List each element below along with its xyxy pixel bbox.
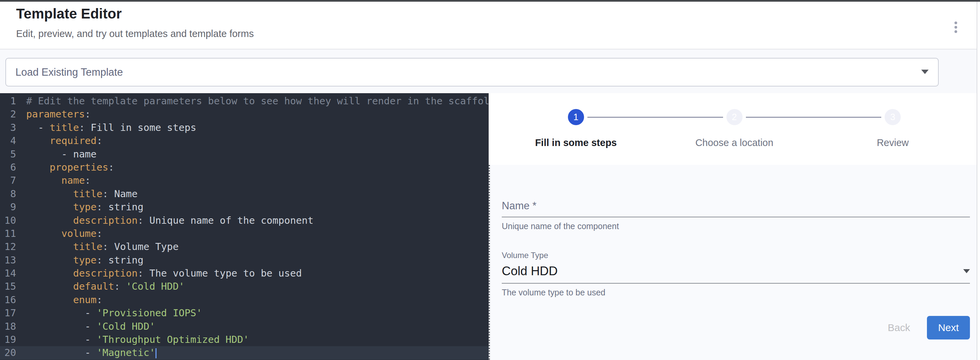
name-input[interactable]: Name * — [502, 200, 970, 212]
editor-line[interactable]: 10 description: Unique name of the compo… — [0, 214, 488, 227]
step-label: Choose a location — [695, 137, 773, 148]
line-number: 3 — [0, 121, 16, 134]
stepper-connector — [587, 117, 723, 118]
editor-line[interactable]: 9 type: string — [0, 200, 488, 214]
load-template-select[interactable]: Load Existing Template — [5, 58, 939, 86]
step-number-badge: 2 — [726, 109, 743, 125]
line-number: 6 — [0, 161, 16, 174]
code-text: type: string — [16, 254, 143, 267]
scrollbar[interactable] — [977, 2, 980, 360]
editor-preview-split: 1# Edit the template parameters below to… — [0, 93, 980, 360]
code-editor-lines: 1# Edit the template parameters below to… — [0, 94, 488, 360]
name-helper-text: Unique name of the component — [502, 221, 970, 231]
editor-line[interactable]: 18 - 'Cold HDD' — [0, 320, 488, 333]
text-cursor — [156, 348, 156, 358]
code-text: # Edit the template parameters below to … — [16, 94, 488, 108]
line-number: 9 — [0, 200, 16, 214]
code-text: description: The volume type to be used — [16, 267, 302, 280]
line-number: 14 — [0, 267, 16, 280]
page-subtitle: Edit, preview, and try out templates and… — [16, 28, 254, 39]
line-number: 5 — [0, 148, 16, 161]
stepper-connector — [746, 117, 881, 118]
volume-type-select[interactable]: Cold HDD — [502, 264, 970, 278]
form-preview-panel: 1Fill in some steps2Choose a location3Re… — [488, 93, 980, 360]
code-text: title: Name — [16, 187, 138, 200]
editor-line[interactable]: 5 - name — [0, 148, 488, 161]
line-number: 12 — [0, 240, 16, 253]
code-text: - title: Fill in some steps — [16, 121, 196, 134]
editor-line[interactable]: 16 enum: — [0, 293, 488, 307]
line-number: 10 — [0, 214, 16, 227]
line-number: 1 — [0, 94, 16, 108]
editor-line[interactable]: 14 description: The volume type to be us… — [0, 267, 488, 280]
volume-type-value: Cold HDD — [502, 264, 558, 278]
editor-line[interactable]: 20 - 'Magnetic' — [0, 346, 488, 359]
code-text: type: string — [16, 200, 143, 214]
code-text: volume: — [16, 227, 102, 240]
volume-helper-text: The volume type to be used — [502, 288, 970, 298]
step-label: Fill in some steps — [535, 137, 617, 148]
code-text: - name — [16, 148, 97, 161]
next-button[interactable]: Next — [927, 316, 970, 339]
chevron-down-icon — [921, 70, 929, 74]
page-title: Template Editor — [16, 5, 254, 23]
step-number-badge: 1 — [568, 109, 584, 125]
code-text: properties: — [16, 161, 114, 174]
editor-line[interactable]: 7 name: — [0, 174, 488, 187]
header-text: Template Editor Edit, preview, and try o… — [16, 5, 254, 39]
line-number: 13 — [0, 254, 16, 267]
kebab-vertical-icon — [955, 30, 957, 33]
more-options-button[interactable] — [944, 16, 967, 39]
page-header: Template Editor Edit, preview, and try o… — [0, 2, 980, 50]
stepper: 1Fill in some steps2Choose a location3Re… — [488, 93, 980, 165]
kebab-vertical-icon — [955, 22, 957, 24]
editor-line[interactable]: 2parameters: — [0, 108, 488, 121]
code-text: - 'Provisioned IOPS' — [16, 307, 202, 320]
name-input-underline — [502, 217, 970, 218]
editor-line[interactable]: 15 default: 'Cold HDD' — [0, 280, 488, 293]
code-text: description: Unique name of the componen… — [16, 214, 314, 227]
chevron-down-icon — [963, 269, 970, 273]
code-text: required: — [16, 134, 102, 147]
code-text: - 'Cold HDD' — [16, 320, 155, 333]
step-label: Review — [877, 137, 909, 148]
code-text: title: Volume Type — [16, 240, 179, 253]
editor-line[interactable]: 3 - title: Fill in some steps — [0, 121, 488, 134]
volume-type-label: Volume Type — [502, 251, 970, 260]
form-section: Name * Unique name of the component Volu… — [488, 165, 980, 360]
line-number: 4 — [0, 134, 16, 147]
code-editor[interactable]: 1# Edit the template parameters below to… — [0, 93, 488, 360]
editor-line[interactable]: 12 title: Volume Type — [0, 240, 488, 253]
editor-line[interactable]: 4 required: — [0, 134, 488, 147]
kebab-vertical-icon — [955, 26, 957, 29]
wizard-actions: Back Next — [502, 316, 970, 339]
editor-line[interactable]: 6 properties: — [0, 161, 488, 174]
editor-line[interactable]: 8 title: Name — [0, 187, 488, 200]
editor-line[interactable]: 11 volume: — [0, 227, 488, 240]
code-text: name: — [16, 174, 91, 187]
code-text: default: 'Cold HDD' — [16, 280, 185, 293]
code-text: - 'Throughput Optimized HDD' — [16, 333, 249, 346]
line-number: 20 — [0, 346, 16, 359]
code-text: - 'Magnetic' — [16, 346, 156, 359]
volume-type-underline — [502, 283, 970, 284]
editor-line[interactable]: 19 - 'Throughput Optimized HDD' — [0, 333, 488, 346]
line-number: 11 — [0, 227, 16, 240]
line-number: 2 — [0, 108, 16, 121]
editor-line[interactable]: 1# Edit the template parameters below to… — [0, 94, 488, 108]
step-number-badge: 3 — [885, 109, 901, 125]
code-text: parameters: — [16, 108, 91, 121]
back-button[interactable]: Back — [881, 316, 917, 339]
line-number: 18 — [0, 320, 16, 333]
line-number: 17 — [0, 307, 16, 320]
line-number: 8 — [0, 187, 16, 200]
template-editor-page: Template Editor Edit, preview, and try o… — [0, 0, 980, 360]
stepper-step-3: 3Review — [813, 109, 972, 165]
editor-line[interactable]: 13 type: string — [0, 254, 488, 267]
editor-line[interactable]: 17 - 'Provisioned IOPS' — [0, 307, 488, 320]
line-number: 16 — [0, 293, 16, 307]
code-text: enum: — [16, 293, 102, 307]
line-number: 7 — [0, 174, 16, 187]
template-toolbar: Load Existing Template — [0, 50, 980, 93]
line-number: 19 — [0, 333, 16, 346]
